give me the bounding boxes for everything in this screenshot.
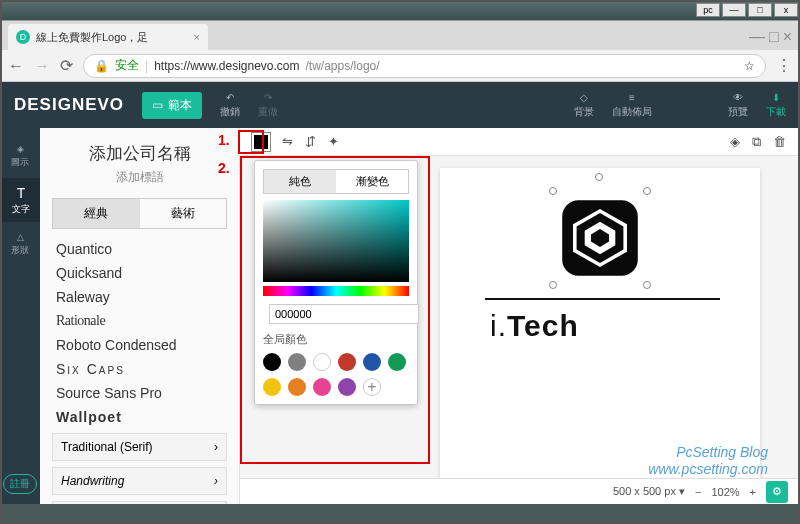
- seg-classic[interactable]: 經典: [53, 199, 140, 228]
- category-funny[interactable]: Funny›: [52, 501, 227, 504]
- solid-tab[interactable]: 純色: [264, 170, 336, 193]
- zoom-in-button[interactable]: +: [750, 486, 756, 498]
- text-icon: T: [17, 185, 26, 201]
- chevron-right-icon: ›: [214, 474, 218, 488]
- browser-tab[interactable]: D 線上免費製作Logo，足 ×: [8, 24, 208, 50]
- background-button[interactable]: ◇背景: [574, 92, 594, 119]
- swatch[interactable]: [288, 353, 306, 371]
- font-item[interactable]: Quicksand: [56, 265, 223, 281]
- tab-title: 線上免費製作Logo，足: [36, 30, 148, 45]
- swatch[interactable]: [263, 378, 281, 396]
- download-button[interactable]: ⬇下載: [766, 92, 786, 119]
- canvas-bottom-bar: 500 x 500 px ▾ − 102% + ⚙: [240, 478, 798, 504]
- layers-icon[interactable]: ◈: [730, 134, 740, 149]
- redo-button[interactable]: ↷重做: [258, 92, 278, 119]
- copy-icon[interactable]: ⧉: [752, 134, 761, 150]
- color-mode-segment: 純色 漸變色: [263, 169, 409, 194]
- autolayout-icon: ≡: [629, 92, 635, 103]
- trash-icon[interactable]: 🗑: [773, 134, 786, 149]
- annotation-box-1: [238, 130, 264, 154]
- rail-shape-tab[interactable]: △形狀: [0, 222, 40, 266]
- window-close[interactable]: x: [774, 3, 798, 17]
- download-label: 下載: [766, 105, 786, 119]
- add-swatch[interactable]: +: [363, 378, 381, 396]
- hex-input[interactable]: [269, 304, 419, 324]
- rail-icon-label: 圖示: [11, 156, 29, 169]
- slogan-input[interactable]: 添加標語: [52, 169, 227, 186]
- font-item[interactable]: Wallpoet: [56, 409, 223, 425]
- swatch[interactable]: [338, 378, 356, 396]
- font-item[interactable]: Quantico: [56, 241, 223, 257]
- reload-icon[interactable]: ⟳: [60, 56, 73, 75]
- toolbar: ⇋ ⇵ ✦ ◈ ⧉ 🗑: [240, 128, 798, 156]
- tab-close-icon[interactable]: ×: [194, 31, 200, 43]
- design-canvas[interactable]: i.Tech: [440, 168, 760, 478]
- zoom-out-button[interactable]: −: [695, 486, 701, 498]
- download-icon: ⬇: [772, 92, 780, 103]
- hue-slider[interactable]: [263, 286, 409, 296]
- color-picker: 純色 漸變色 全局顏色 +: [254, 160, 418, 405]
- autolayout-button[interactable]: ≡自動佈局: [612, 92, 652, 119]
- font-list: Quantico Quicksand Raleway Rationale Rob…: [52, 239, 227, 427]
- flip-v-icon[interactable]: ⇵: [305, 134, 316, 149]
- diamond-icon: ◈: [17, 144, 24, 154]
- font-item[interactable]: Raleway: [56, 289, 223, 305]
- logo-divider[interactable]: [485, 298, 720, 300]
- shape-icon: △: [17, 232, 24, 242]
- template-icon: ▭: [152, 98, 163, 112]
- gradient-tab[interactable]: 漸變色: [336, 170, 408, 193]
- forward-icon[interactable]: →: [34, 57, 50, 75]
- logo-text-element[interactable]: i.Tech: [490, 308, 579, 343]
- swatch[interactable]: [388, 353, 406, 371]
- back-icon[interactable]: ←: [8, 57, 24, 75]
- eye-icon: 👁: [733, 92, 743, 103]
- bookmark-star-icon[interactable]: ☆: [744, 59, 755, 73]
- browser-menu-icon[interactable]: ⋮: [776, 56, 792, 75]
- preview-button[interactable]: 👁預覽: [728, 92, 748, 119]
- cat-label: Traditional (Serif): [61, 440, 153, 454]
- global-swatches: +: [263, 353, 409, 396]
- chevron-down-icon: ▾: [679, 485, 685, 497]
- rail-shape-label: 形狀: [11, 244, 29, 257]
- watermark-line2: www.pcsetting.com: [648, 461, 768, 478]
- font-item[interactable]: Source Sans Pro: [56, 385, 223, 401]
- zoom-level[interactable]: 102%: [711, 486, 739, 498]
- close-icon[interactable]: ×: [783, 28, 792, 46]
- flip-h-icon[interactable]: ⇋: [282, 134, 293, 149]
- swatch[interactable]: [288, 378, 306, 396]
- swatch[interactable]: [363, 353, 381, 371]
- company-name-input[interactable]: 添加公司名稱: [52, 142, 227, 165]
- seg-art[interactable]: 藝術: [140, 199, 227, 228]
- window-maximize[interactable]: □: [748, 3, 772, 17]
- font-item[interactable]: Six Caps: [56, 361, 223, 377]
- browser-addressbar: ← → ⟳ 🔒 安全 | https://www.designevo.com/t…: [0, 50, 800, 82]
- logo-icon-element[interactable]: [555, 193, 645, 283]
- swatch[interactable]: [263, 353, 281, 371]
- template-button[interactable]: ▭ 範本: [142, 92, 202, 119]
- window-minimize[interactable]: —: [722, 3, 746, 17]
- font-item[interactable]: Rationale: [56, 313, 223, 329]
- register-button[interactable]: 註冊: [3, 474, 37, 494]
- lock-icon: 🔒: [94, 59, 109, 73]
- category-handwriting[interactable]: Handwriting›: [52, 467, 227, 495]
- cat-label: Handwriting: [61, 474, 124, 488]
- brand-logo[interactable]: DESIGNEVO: [14, 95, 124, 115]
- font-style-segment: 經典 藝術: [52, 198, 227, 229]
- rail-icon-tab[interactable]: ◈圖示: [0, 134, 40, 178]
- gear-icon: ⚙: [772, 485, 782, 498]
- category-serif[interactable]: Traditional (Serif)›: [52, 433, 227, 461]
- rail-text-tab[interactable]: T文字: [0, 178, 40, 222]
- maximize-icon[interactable]: □: [769, 28, 779, 46]
- url-input[interactable]: 🔒 安全 | https://www.designevo.com/tw/apps…: [83, 54, 766, 78]
- swatch[interactable]: [313, 353, 331, 371]
- settings-button[interactable]: ⚙: [766, 481, 788, 503]
- font-item[interactable]: Roboto Condensed: [56, 337, 223, 353]
- undo-button[interactable]: ↶撤銷: [220, 92, 240, 119]
- saturation-field[interactable]: [263, 200, 409, 282]
- minimize-icon[interactable]: —: [749, 28, 765, 46]
- size-label: 500 x 500 px: [613, 485, 676, 497]
- effects-icon[interactable]: ✦: [328, 134, 339, 149]
- canvas-size-select[interactable]: 500 x 500 px ▾: [613, 485, 685, 498]
- swatch[interactable]: [338, 353, 356, 371]
- swatch[interactable]: [313, 378, 331, 396]
